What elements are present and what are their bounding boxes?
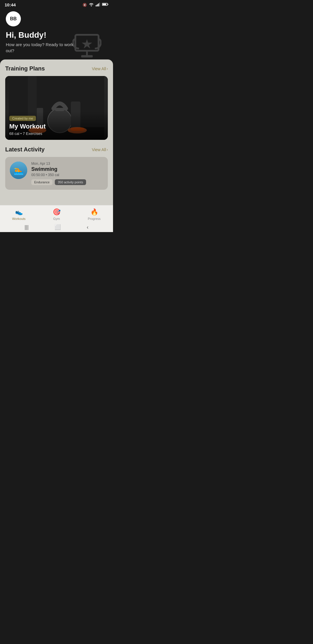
latest-activity-title: Latest Activity [5, 146, 45, 153]
activity-thumbnail [10, 162, 27, 179]
nav-gym-label: Gym [53, 217, 60, 220]
training-plans-title: Training Plans [5, 65, 45, 72]
workout-name: My Workout [9, 123, 104, 130]
bottom-nav: 👟 Workouts 🎯 Gym 🔥 Progress [0, 205, 113, 222]
training-plans-header: Training Plans View All › [0, 65, 113, 72]
nav-workouts-label: Workouts [12, 217, 26, 220]
activity-date: Mon, Apr 13 [31, 162, 103, 166]
wifi-icon [89, 2, 94, 7]
workouts-icon: 👟 [15, 208, 23, 216]
training-plans-view-all[interactable]: View All › [92, 66, 108, 71]
trophy-icon [72, 33, 101, 59]
status-bar: 10:44 🔇 [0, 0, 113, 8]
training-card-overlay: Created by me My Workout 68 cal • 7 Exer… [5, 111, 108, 140]
system-nav: ||| ⬜ ‹ [0, 222, 113, 232]
sys-menu-button[interactable]: ||| [25, 224, 29, 230]
latest-activity-header: Latest Activity View All › [5, 146, 108, 153]
sys-home-button[interactable]: ⬜ [54, 224, 61, 230]
workout-meta: 68 cal • 7 Exercises [9, 131, 104, 136]
sys-back-button[interactable]: ‹ [87, 224, 88, 230]
latest-activity-section: Latest Activity View All › Mon, Apr 13 S… [0, 146, 113, 213]
main-card: Training Plans View All › [0, 59, 113, 228]
greeting-subtitle: How are you today? Ready to work out? [6, 41, 81, 54]
svg-rect-3 [99, 3, 100, 6]
svg-rect-5 [103, 4, 106, 5]
training-card-container: Created by me My Workout 68 cal • 7 Exer… [0, 76, 113, 140]
activity-tags: Endurance 350 activity points [31, 179, 103, 185]
svg-rect-9 [81, 55, 93, 57]
nav-gym[interactable]: 🎯 Gym [38, 208, 75, 220]
status-icons: 🔇 [83, 2, 108, 7]
training-card[interactable]: Created by me My Workout 68 cal • 7 Exer… [5, 76, 108, 140]
mute-icon: 🔇 [83, 3, 87, 7]
chevron-right-icon: › [107, 66, 108, 71]
svg-rect-16 [55, 108, 65, 111]
signal-icon [96, 2, 100, 7]
swim-icon [10, 162, 27, 179]
svg-rect-1 [97, 4, 98, 6]
activity-stats: 00:50:00 • 350 cal [31, 173, 103, 177]
created-by-badge: Created by me [9, 116, 36, 121]
tag-endurance: Endurance [31, 179, 52, 185]
nav-progress-label: Progress [88, 217, 101, 220]
avatar: BB [6, 11, 21, 26]
nav-progress[interactable]: 🔥 Progress [75, 208, 113, 220]
svg-rect-0 [96, 5, 97, 6]
activity-card[interactable]: Mon, Apr 13 Swimming 00:50:00 • 350 cal … [5, 157, 108, 190]
svg-rect-6 [108, 4, 108, 5]
status-time: 10:44 [5, 2, 16, 7]
svg-rect-2 [98, 3, 99, 6]
chevron-right-icon-2: › [107, 147, 108, 152]
tag-points: 350 activity points [55, 179, 86, 185]
activity-info: Mon, Apr 13 Swimming 00:50:00 • 350 cal … [31, 162, 103, 185]
activity-name: Swimming [31, 166, 103, 172]
nav-workouts[interactable]: 👟 Workouts [0, 208, 38, 220]
header-section: BB Hi, Buddy! How are you today? Ready t… [0, 8, 113, 59]
battery-icon [102, 3, 108, 7]
latest-activity-view-all[interactable]: View All › [92, 147, 108, 152]
progress-icon: 🔥 [90, 208, 98, 216]
gym-icon: 🎯 [53, 208, 61, 216]
